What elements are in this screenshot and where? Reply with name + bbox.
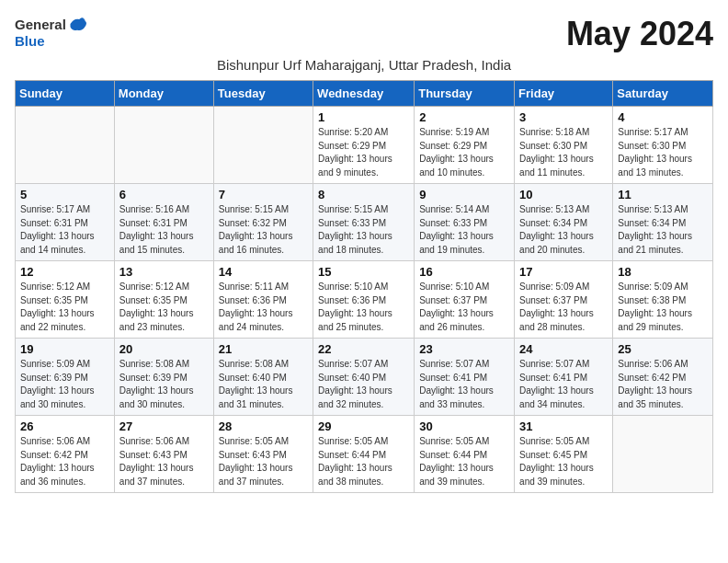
- calendar-cell: 10Sunrise: 5:13 AMSunset: 6:34 PMDayligh…: [515, 184, 613, 261]
- calendar-cell: 1Sunrise: 5:20 AMSunset: 6:29 PMDaylight…: [313, 107, 415, 184]
- calendar-cell: 31Sunrise: 5:05 AMSunset: 6:45 PMDayligh…: [515, 416, 613, 493]
- day-info: Sunrise: 5:12 AMSunset: 6:35 PMDaylight:…: [20, 281, 109, 334]
- calendar-week-3: 12Sunrise: 5:12 AMSunset: 6:35 PMDayligh…: [16, 261, 713, 339]
- day-number: 26: [20, 419, 109, 433]
- calendar-cell: 19Sunrise: 5:09 AMSunset: 6:39 PMDayligh…: [16, 339, 115, 416]
- day-info: Sunrise: 5:05 AMSunset: 6:45 PMDaylight:…: [519, 435, 608, 488]
- calendar-week-5: 26Sunrise: 5:06 AMSunset: 6:42 PMDayligh…: [16, 416, 713, 493]
- day-number: 10: [519, 188, 608, 201]
- day-info: Sunrise: 5:06 AMSunset: 6:42 PMDaylight:…: [20, 435, 109, 488]
- calendar-cell: 3Sunrise: 5:18 AMSunset: 6:30 PMDaylight…: [515, 107, 613, 184]
- calendar-cell: 13Sunrise: 5:12 AMSunset: 6:35 PMDayligh…: [114, 261, 213, 339]
- day-number: 25: [618, 342, 708, 356]
- calendar-cell: 2Sunrise: 5:19 AMSunset: 6:29 PMDaylight…: [415, 107, 515, 184]
- day-number: 30: [419, 419, 509, 433]
- calendar-cell: 6Sunrise: 5:16 AMSunset: 6:31 PMDaylight…: [114, 184, 213, 261]
- day-info: Sunrise: 5:05 AMSunset: 6:44 PMDaylight:…: [318, 435, 409, 488]
- day-number: 5: [20, 188, 109, 201]
- calendar-cell: 17Sunrise: 5:09 AMSunset: 6:37 PMDayligh…: [515, 261, 613, 339]
- day-info: Sunrise: 5:05 AMSunset: 6:44 PMDaylight:…: [419, 435, 509, 488]
- day-number: 8: [318, 188, 409, 201]
- logo: General Blue: [15, 15, 86, 50]
- day-number: 7: [219, 188, 308, 201]
- day-info: Sunrise: 5:08 AMSunset: 6:40 PMDaylight:…: [219, 358, 308, 411]
- calendar-week-1: 1Sunrise: 5:20 AMSunset: 6:29 PMDaylight…: [16, 107, 713, 184]
- calendar-header-row: SundayMondayTuesdayWednesdayThursdayFrid…: [16, 81, 713, 107]
- day-header-wednesday: Wednesday: [313, 81, 415, 107]
- day-info: Sunrise: 5:16 AMSunset: 6:31 PMDaylight:…: [119, 203, 209, 257]
- day-info: Sunrise: 5:14 AMSunset: 6:33 PMDaylight:…: [419, 203, 509, 257]
- calendar-cell: 24Sunrise: 5:07 AMSunset: 6:41 PMDayligh…: [515, 339, 613, 416]
- day-info: Sunrise: 5:07 AMSunset: 6:40 PMDaylight:…: [318, 358, 409, 411]
- day-number: 22: [318, 342, 409, 356]
- calendar-cell: [114, 107, 213, 184]
- calendar-cell: 4Sunrise: 5:17 AMSunset: 6:30 PMDaylight…: [613, 107, 713, 184]
- day-number: 16: [419, 265, 509, 279]
- calendar-cell: 26Sunrise: 5:06 AMSunset: 6:42 PMDayligh…: [16, 416, 115, 493]
- day-info: Sunrise: 5:07 AMSunset: 6:41 PMDaylight:…: [419, 358, 509, 411]
- day-number: 24: [519, 342, 608, 356]
- day-number: 1: [318, 110, 409, 124]
- day-header-tuesday: Tuesday: [213, 81, 313, 107]
- calendar-cell: 5Sunrise: 5:17 AMSunset: 6:31 PMDaylight…: [16, 184, 115, 261]
- day-number: 11: [618, 188, 708, 201]
- day-number: 4: [618, 110, 708, 124]
- calendar-cell: 29Sunrise: 5:05 AMSunset: 6:44 PMDayligh…: [313, 416, 415, 493]
- day-number: 9: [419, 188, 509, 201]
- day-info: Sunrise: 5:18 AMSunset: 6:30 PMDaylight:…: [519, 126, 608, 179]
- month-title: May 2024: [566, 15, 713, 53]
- day-info: Sunrise: 5:12 AMSunset: 6:35 PMDaylight:…: [119, 281, 209, 334]
- calendar-cell: 12Sunrise: 5:12 AMSunset: 6:35 PMDayligh…: [16, 261, 115, 339]
- calendar-cell: 20Sunrise: 5:08 AMSunset: 6:39 PMDayligh…: [114, 339, 213, 416]
- logo-general: General: [15, 17, 66, 32]
- day-number: 27: [119, 419, 209, 433]
- calendar-body: 1Sunrise: 5:20 AMSunset: 6:29 PMDaylight…: [16, 107, 713, 493]
- day-header-sunday: Sunday: [16, 81, 115, 107]
- day-number: 20: [119, 342, 209, 356]
- calendar-cell: 15Sunrise: 5:10 AMSunset: 6:36 PMDayligh…: [313, 261, 415, 339]
- calendar-cell: [213, 107, 313, 184]
- subtitle: Bishunpur Urf Maharajganj, Uttar Pradesh…: [15, 57, 713, 73]
- day-info: Sunrise: 5:09 AMSunset: 6:38 PMDaylight:…: [618, 281, 708, 334]
- day-header-monday: Monday: [114, 81, 213, 107]
- day-number: 14: [219, 265, 308, 279]
- calendar-cell: 9Sunrise: 5:14 AMSunset: 6:33 PMDaylight…: [415, 184, 515, 261]
- day-number: 3: [519, 110, 608, 124]
- day-info: Sunrise: 5:09 AMSunset: 6:37 PMDaylight:…: [519, 281, 608, 334]
- calendar-week-4: 19Sunrise: 5:09 AMSunset: 6:39 PMDayligh…: [16, 339, 713, 416]
- day-number: 2: [419, 110, 509, 124]
- day-info: Sunrise: 5:10 AMSunset: 6:36 PMDaylight:…: [318, 281, 409, 334]
- calendar-cell: 30Sunrise: 5:05 AMSunset: 6:44 PMDayligh…: [415, 416, 515, 493]
- calendar-cell: [16, 107, 115, 184]
- day-info: Sunrise: 5:07 AMSunset: 6:41 PMDaylight:…: [519, 358, 608, 411]
- calendar-cell: 18Sunrise: 5:09 AMSunset: 6:38 PMDayligh…: [613, 261, 713, 339]
- logo-blue: Blue: [15, 33, 45, 49]
- calendar-cell: 8Sunrise: 5:15 AMSunset: 6:33 PMDaylight…: [313, 184, 415, 261]
- logo-icon: [68, 15, 86, 33]
- day-header-saturday: Saturday: [613, 81, 713, 107]
- day-info: Sunrise: 5:13 AMSunset: 6:34 PMDaylight:…: [618, 203, 708, 257]
- calendar-cell: 28Sunrise: 5:05 AMSunset: 6:43 PMDayligh…: [213, 416, 313, 493]
- day-number: 15: [318, 265, 409, 279]
- day-info: Sunrise: 5:10 AMSunset: 6:37 PMDaylight:…: [419, 281, 509, 334]
- day-info: Sunrise: 5:20 AMSunset: 6:29 PMDaylight:…: [318, 126, 409, 179]
- calendar-cell: 16Sunrise: 5:10 AMSunset: 6:37 PMDayligh…: [415, 261, 515, 339]
- calendar-cell: 27Sunrise: 5:06 AMSunset: 6:43 PMDayligh…: [114, 416, 213, 493]
- day-info: Sunrise: 5:15 AMSunset: 6:33 PMDaylight:…: [318, 203, 409, 257]
- calendar-cell: [613, 416, 713, 493]
- day-info: Sunrise: 5:08 AMSunset: 6:39 PMDaylight:…: [119, 358, 209, 411]
- day-number: 31: [519, 419, 608, 433]
- day-info: Sunrise: 5:11 AMSunset: 6:36 PMDaylight:…: [219, 281, 308, 334]
- day-number: 29: [318, 419, 409, 433]
- day-info: Sunrise: 5:06 AMSunset: 6:42 PMDaylight:…: [618, 358, 708, 411]
- day-info: Sunrise: 5:09 AMSunset: 6:39 PMDaylight:…: [20, 358, 109, 411]
- calendar-week-2: 5Sunrise: 5:17 AMSunset: 6:31 PMDaylight…: [16, 184, 713, 261]
- day-info: Sunrise: 5:05 AMSunset: 6:43 PMDaylight:…: [219, 435, 308, 488]
- day-number: 6: [119, 188, 209, 201]
- day-header-thursday: Thursday: [415, 81, 515, 107]
- day-number: 12: [20, 265, 109, 279]
- calendar-cell: 22Sunrise: 5:07 AMSunset: 6:40 PMDayligh…: [313, 339, 415, 416]
- calendar-cell: 11Sunrise: 5:13 AMSunset: 6:34 PMDayligh…: [613, 184, 713, 261]
- calendar-cell: 14Sunrise: 5:11 AMSunset: 6:36 PMDayligh…: [213, 261, 313, 339]
- day-number: 19: [20, 342, 109, 356]
